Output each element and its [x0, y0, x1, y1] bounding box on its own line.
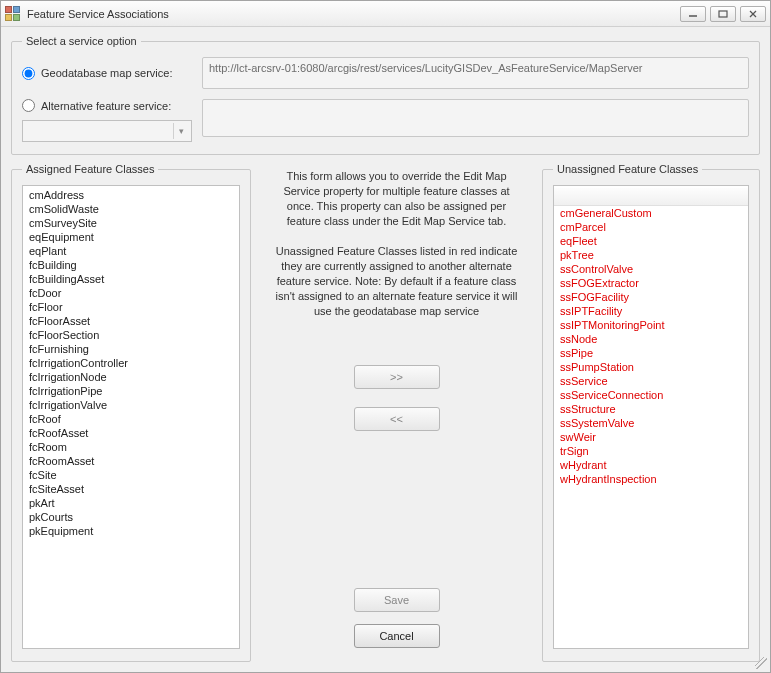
move-right-button[interactable]: >> — [354, 365, 440, 389]
list-item[interactable]: ssNode — [554, 332, 748, 346]
close-button[interactable] — [740, 6, 766, 22]
window-title: Feature Service Associations — [27, 8, 680, 20]
list-item[interactable]: fcIrrigationValve — [23, 398, 239, 412]
unassigned-header-blank — [554, 188, 748, 206]
titlebar[interactable]: Feature Service Associations — [1, 1, 770, 27]
list-item[interactable]: fcRoomAsset — [23, 454, 239, 468]
info-paragraph-1: This form allows you to override the Edi… — [267, 167, 526, 228]
middle-column: This form allows you to override the Edi… — [259, 163, 534, 662]
alt-service-row: Alternative feature service: ▾ — [22, 99, 749, 142]
assigned-listbox[interactable]: cmAddresscmSolidWastecmSurveySiteeqEquip… — [22, 185, 240, 649]
list-item[interactable]: cmSurveySite — [23, 216, 239, 230]
list-item[interactable]: fcFurnishing — [23, 342, 239, 356]
list-item[interactable]: pkTree — [554, 248, 748, 262]
list-item[interactable]: ssFOGFacility — [554, 290, 748, 304]
list-item[interactable]: fcIrrigationNode — [23, 370, 239, 384]
list-item[interactable]: ssSystemValve — [554, 416, 748, 430]
geo-service-radio[interactable] — [22, 67, 35, 80]
list-item[interactable]: fcSite — [23, 468, 239, 482]
assigned-group: Assigned Feature Classes cmAddresscmSoli… — [11, 163, 251, 662]
cancel-button[interactable]: Cancel — [354, 624, 440, 648]
resize-grip[interactable] — [755, 657, 767, 669]
list-item[interactable]: fcFloor — [23, 300, 239, 314]
list-item[interactable]: wHydrant — [554, 458, 748, 472]
list-item[interactable]: fcIrrigationController — [23, 356, 239, 370]
list-item[interactable]: pkArt — [23, 496, 239, 510]
alt-service-radio-label[interactable]: Alternative feature service: — [22, 99, 192, 112]
list-item[interactable]: ssControlValve — [554, 262, 748, 276]
list-item[interactable]: ssServiceConnection — [554, 388, 748, 402]
list-item[interactable]: fcSiteAsset — [23, 482, 239, 496]
unassigned-legend: Unassigned Feature Classes — [553, 163, 702, 175]
geo-service-row: Geodatabase map service: http://lct-arcs… — [22, 57, 749, 89]
list-item[interactable]: fcFloorSection — [23, 328, 239, 342]
list-item[interactable]: pkEquipment — [23, 524, 239, 538]
list-item[interactable]: fcRoofAsset — [23, 426, 239, 440]
alt-service-combo[interactable]: ▾ — [22, 120, 192, 142]
client-area: Select a service option Geodatabase map … — [1, 27, 770, 672]
window-frame: Feature Service Associations Select a se… — [0, 0, 771, 673]
geo-service-url: http://lct-arcsrv-01:6080/arcgis/rest/se… — [202, 57, 749, 89]
list-item[interactable]: fcBuilding — [23, 258, 239, 272]
geo-service-radio-label[interactable]: Geodatabase map service: — [22, 67, 192, 80]
list-item[interactable]: eqEquipment — [23, 230, 239, 244]
minimize-button[interactable] — [680, 6, 706, 22]
save-button[interactable]: Save — [354, 588, 440, 612]
list-item[interactable]: fcIrrigationPipe — [23, 384, 239, 398]
alt-service-radio[interactable] — [22, 99, 35, 112]
list-item[interactable]: fcRoof — [23, 412, 239, 426]
list-item[interactable]: ssFOGExtractor — [554, 276, 748, 290]
list-item[interactable]: swWeir — [554, 430, 748, 444]
list-item[interactable]: eqFleet — [554, 234, 748, 248]
list-item[interactable]: pkCourts — [23, 510, 239, 524]
window-controls — [680, 6, 766, 22]
list-item[interactable]: ssIPTFacility — [554, 304, 748, 318]
list-item[interactable]: cmAddress — [23, 188, 239, 202]
list-item[interactable]: cmGeneralCustom — [554, 206, 748, 220]
app-icon — [5, 6, 21, 22]
alt-service-label-text: Alternative feature service: — [41, 100, 171, 112]
unassigned-group: Unassigned Feature Classes cmGeneralCust… — [542, 163, 760, 662]
service-option-group: Select a service option Geodatabase map … — [11, 35, 760, 155]
chevron-down-icon: ▾ — [173, 123, 189, 139]
list-item[interactable]: ssPipe — [554, 346, 748, 360]
list-item[interactable]: cmParcel — [554, 220, 748, 234]
alt-service-url — [202, 99, 749, 137]
list-item[interactable]: fcRoom — [23, 440, 239, 454]
lower-pane: Assigned Feature Classes cmAddresscmSoli… — [11, 163, 760, 662]
list-item[interactable]: ssService — [554, 374, 748, 388]
svg-rect-1 — [719, 11, 727, 17]
info-paragraph-2: Unassigned Feature Classes listed in red… — [267, 242, 526, 318]
list-item[interactable]: ssStructure — [554, 402, 748, 416]
move-left-button[interactable]: << — [354, 407, 440, 431]
list-item[interactable]: fcDoor — [23, 286, 239, 300]
list-item[interactable]: ssIPTMonitoringPoint — [554, 318, 748, 332]
maximize-button[interactable] — [710, 6, 736, 22]
list-item[interactable]: wHydrantInspection — [554, 472, 748, 486]
assigned-legend: Assigned Feature Classes — [22, 163, 158, 175]
list-item[interactable]: fcFloorAsset — [23, 314, 239, 328]
list-item[interactable]: cmSolidWaste — [23, 202, 239, 216]
list-item[interactable]: ssPumpStation — [554, 360, 748, 374]
unassigned-listbox[interactable]: cmGeneralCustomcmParceleqFleetpkTreessCo… — [553, 185, 749, 649]
service-option-legend: Select a service option — [22, 35, 141, 47]
list-item[interactable]: fcBuildingAsset — [23, 272, 239, 286]
list-item[interactable]: trSign — [554, 444, 748, 458]
list-item[interactable]: eqPlant — [23, 244, 239, 258]
geo-service-label-text: Geodatabase map service: — [41, 67, 172, 79]
